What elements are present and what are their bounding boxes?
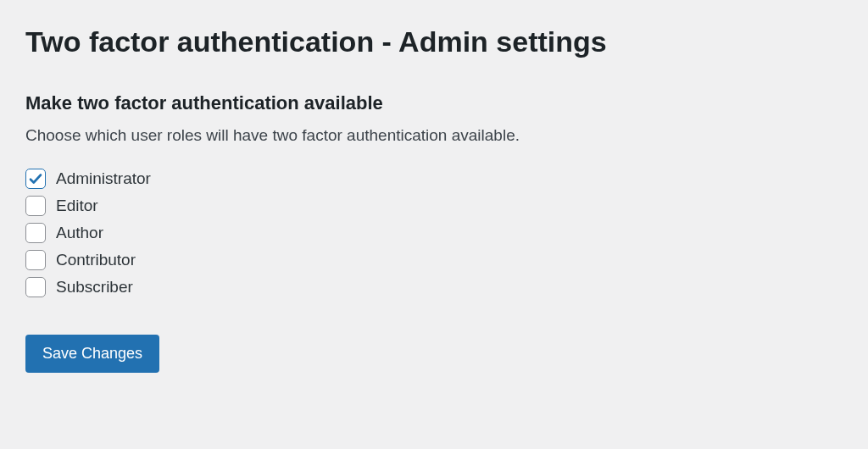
checkbox-label-author[interactable]: Author [56, 224, 103, 242]
role-row-author: Author [25, 223, 843, 243]
checkbox-contributor[interactable] [25, 250, 46, 270]
role-row-subscriber: Subscriber [25, 277, 843, 297]
role-row-editor: Editor [25, 196, 843, 216]
checkbox-author[interactable] [25, 223, 46, 243]
check-icon [28, 171, 43, 186]
role-row-administrator: Administrator [25, 169, 843, 189]
checkbox-label-contributor[interactable]: Contributor [56, 251, 136, 269]
checkbox-editor[interactable] [25, 196, 46, 216]
checkbox-subscriber[interactable] [25, 277, 46, 297]
checkbox-label-subscriber[interactable]: Subscriber [56, 278, 133, 297]
checkbox-administrator[interactable] [25, 169, 46, 189]
role-row-contributor: Contributor [25, 250, 843, 270]
save-changes-button[interactable]: Save Changes [25, 335, 159, 373]
checkbox-label-administrator[interactable]: Administrator [56, 169, 151, 188]
page-title: Two factor authentication - Admin settin… [25, 25, 843, 58]
section-heading: Make two factor authentication available [25, 92, 843, 114]
checkbox-label-editor[interactable]: Editor [56, 197, 98, 215]
section-description: Choose which user roles will have two fa… [25, 126, 843, 145]
roles-checkbox-list: Administrator Editor Author Contributor … [25, 169, 843, 297]
